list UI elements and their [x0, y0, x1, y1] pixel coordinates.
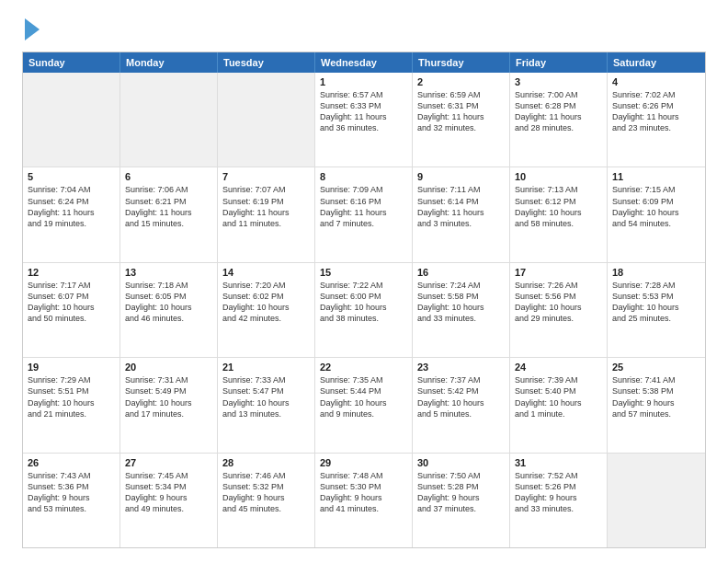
day-number: 13 — [125, 267, 212, 278]
weekday-header-wednesday: Wednesday — [315, 52, 413, 73]
day-number: 26 — [28, 457, 115, 468]
day-number: 7 — [222, 171, 310, 182]
calendar-cell-4-7: 25Sunrise: 7:41 AM Sunset: 5:38 PM Dayli… — [608, 358, 705, 452]
cell-info: Sunrise: 7:26 AM Sunset: 5:56 PM Dayligh… — [515, 280, 602, 325]
calendar-cell-1-2 — [120, 73, 218, 167]
day-number: 24 — [515, 362, 602, 373]
cell-info: Sunrise: 7:09 AM Sunset: 6:16 PM Dayligh… — [320, 184, 407, 229]
day-number: 19 — [28, 362, 115, 373]
day-number: 16 — [417, 267, 505, 278]
cell-info: Sunrise: 7:35 AM Sunset: 5:44 PM Dayligh… — [320, 374, 407, 419]
calendar-cell-1-5: 2Sunrise: 6:59 AM Sunset: 6:31 PM Daylig… — [413, 73, 510, 167]
cell-info: Sunrise: 7:45 AM Sunset: 5:34 PM Dayligh… — [125, 470, 212, 515]
calendar-cell-5-7 — [608, 454, 705, 547]
day-number: 11 — [612, 171, 700, 182]
calendar-cell-2-1: 5Sunrise: 7:04 AM Sunset: 6:24 PM Daylig… — [23, 167, 120, 261]
day-number: 9 — [417, 171, 505, 182]
cell-info: Sunrise: 7:02 AM Sunset: 6:26 PM Dayligh… — [612, 89, 700, 134]
calendar-row-1: 1Sunrise: 6:57 AM Sunset: 6:33 PM Daylig… — [23, 73, 705, 167]
calendar-cell-1-3 — [218, 73, 315, 167]
cell-info: Sunrise: 7:29 AM Sunset: 5:51 PM Dayligh… — [28, 374, 115, 419]
cell-info: Sunrise: 7:43 AM Sunset: 5:36 PM Dayligh… — [28, 470, 115, 515]
cell-info: Sunrise: 7:00 AM Sunset: 6:28 PM Dayligh… — [515, 89, 602, 134]
calendar-cell-5-2: 27Sunrise: 7:45 AM Sunset: 5:34 PM Dayli… — [120, 454, 218, 547]
weekday-header-tuesday: Tuesday — [218, 52, 315, 73]
cell-info: Sunrise: 7:06 AM Sunset: 6:21 PM Dayligh… — [125, 184, 212, 229]
calendar-cell-3-4: 15Sunrise: 7:22 AM Sunset: 6:00 PM Dayli… — [315, 263, 413, 357]
calendar-cell-5-4: 29Sunrise: 7:48 AM Sunset: 5:30 PM Dayli… — [315, 454, 413, 547]
day-number: 6 — [125, 171, 212, 182]
calendar-cell-3-6: 17Sunrise: 7:26 AM Sunset: 5:56 PM Dayli… — [510, 263, 608, 357]
calendar-cell-5-6: 31Sunrise: 7:52 AM Sunset: 5:26 PM Dayli… — [510, 454, 608, 547]
calendar-cell-2-2: 6Sunrise: 7:06 AM Sunset: 6:21 PM Daylig… — [120, 167, 218, 261]
cell-info: Sunrise: 7:22 AM Sunset: 6:00 PM Dayligh… — [320, 280, 407, 325]
calendar-cell-3-1: 12Sunrise: 7:17 AM Sunset: 6:07 PM Dayli… — [23, 263, 120, 357]
cell-info: Sunrise: 7:13 AM Sunset: 6:12 PM Dayligh… — [515, 184, 602, 229]
calendar-cell-1-1 — [23, 73, 120, 167]
calendar-cell-4-3: 21Sunrise: 7:33 AM Sunset: 5:47 PM Dayli… — [218, 358, 315, 452]
calendar-cell-2-5: 9Sunrise: 7:11 AM Sunset: 6:14 PM Daylig… — [413, 167, 510, 261]
day-number: 22 — [320, 362, 407, 373]
day-number: 14 — [222, 267, 310, 278]
cell-info: Sunrise: 7:11 AM Sunset: 6:14 PM Dayligh… — [417, 184, 505, 229]
calendar-row-2: 5Sunrise: 7:04 AM Sunset: 6:24 PM Daylig… — [23, 167, 705, 261]
day-number: 10 — [515, 171, 602, 182]
cell-info: Sunrise: 6:57 AM Sunset: 6:33 PM Dayligh… — [320, 89, 407, 134]
calendar-cell-5-3: 28Sunrise: 7:46 AM Sunset: 5:32 PM Dayli… — [218, 454, 315, 547]
cell-info: Sunrise: 7:31 AM Sunset: 5:49 PM Dayligh… — [125, 374, 212, 419]
day-number: 1 — [320, 76, 407, 87]
weekday-header-thursday: Thursday — [413, 52, 510, 73]
calendar-cell-3-7: 18Sunrise: 7:28 AM Sunset: 5:53 PM Dayli… — [608, 263, 705, 357]
day-number: 3 — [515, 76, 602, 87]
day-number: 18 — [612, 267, 700, 278]
calendar-cell-2-7: 11Sunrise: 7:15 AM Sunset: 6:09 PM Dayli… — [608, 167, 705, 261]
day-number: 8 — [320, 171, 407, 182]
logo — [22, 18, 40, 42]
calendar-cell-5-1: 26Sunrise: 7:43 AM Sunset: 5:36 PM Dayli… — [23, 454, 120, 547]
day-number: 25 — [612, 362, 700, 373]
cell-info: Sunrise: 7:15 AM Sunset: 6:09 PM Dayligh… — [612, 184, 700, 229]
weekday-header-saturday: Saturday — [608, 52, 705, 73]
calendar-cell-3-2: 13Sunrise: 7:18 AM Sunset: 6:05 PM Dayli… — [120, 263, 218, 357]
calendar-row-3: 12Sunrise: 7:17 AM Sunset: 6:07 PM Dayli… — [23, 262, 705, 357]
calendar-cell-2-3: 7Sunrise: 7:07 AM Sunset: 6:19 PM Daylig… — [218, 167, 315, 261]
cell-info: Sunrise: 7:41 AM Sunset: 5:38 PM Dayligh… — [612, 374, 700, 419]
day-number: 28 — [222, 457, 310, 468]
cell-info: Sunrise: 7:52 AM Sunset: 5:26 PM Dayligh… — [515, 470, 602, 515]
cell-info: Sunrise: 7:18 AM Sunset: 6:05 PM Dayligh… — [125, 280, 212, 325]
cell-info: Sunrise: 7:48 AM Sunset: 5:30 PM Dayligh… — [320, 470, 407, 515]
calendar-cell-3-5: 16Sunrise: 7:24 AM Sunset: 5:58 PM Dayli… — [413, 263, 510, 357]
cell-info: Sunrise: 7:20 AM Sunset: 6:02 PM Dayligh… — [222, 280, 310, 325]
cell-info: Sunrise: 7:46 AM Sunset: 5:32 PM Dayligh… — [222, 470, 310, 515]
weekday-header-sunday: Sunday — [23, 52, 120, 73]
cell-info: Sunrise: 7:50 AM Sunset: 5:28 PM Dayligh… — [417, 470, 505, 515]
cell-info: Sunrise: 7:28 AM Sunset: 5:53 PM Dayligh… — [612, 280, 700, 325]
calendar-cell-4-4: 22Sunrise: 7:35 AM Sunset: 5:44 PM Dayli… — [315, 358, 413, 452]
day-number: 12 — [28, 267, 115, 278]
day-number: 23 — [417, 362, 505, 373]
day-number: 5 — [28, 171, 115, 182]
cell-info: Sunrise: 7:04 AM Sunset: 6:24 PM Dayligh… — [28, 184, 115, 229]
calendar-header: SundayMondayTuesdayWednesdayThursdayFrid… — [23, 52, 705, 73]
logo-arrow-icon — [25, 18, 40, 40]
day-number: 29 — [320, 457, 407, 468]
cell-info: Sunrise: 7:24 AM Sunset: 5:58 PM Dayligh… — [417, 280, 505, 325]
day-number: 31 — [515, 457, 602, 468]
calendar-cell-5-5: 30Sunrise: 7:50 AM Sunset: 5:28 PM Dayli… — [413, 454, 510, 547]
calendar-cell-2-6: 10Sunrise: 7:13 AM Sunset: 6:12 PM Dayli… — [510, 167, 608, 261]
day-number: 21 — [222, 362, 310, 373]
calendar-cell-4-2: 20Sunrise: 7:31 AM Sunset: 5:49 PM Dayli… — [120, 358, 218, 452]
calendar-cell-4-1: 19Sunrise: 7:29 AM Sunset: 5:51 PM Dayli… — [23, 358, 120, 452]
cell-info: Sunrise: 7:33 AM Sunset: 5:47 PM Dayligh… — [222, 374, 310, 419]
day-number: 15 — [320, 267, 407, 278]
calendar-cell-1-6: 3Sunrise: 7:00 AM Sunset: 6:28 PM Daylig… — [510, 73, 608, 167]
cell-info: Sunrise: 7:07 AM Sunset: 6:19 PM Dayligh… — [222, 184, 310, 229]
cell-info: Sunrise: 6:59 AM Sunset: 6:31 PM Dayligh… — [417, 89, 505, 134]
weekday-header-monday: Monday — [120, 52, 218, 73]
calendar-cell-4-5: 23Sunrise: 7:37 AM Sunset: 5:42 PM Dayli… — [413, 358, 510, 452]
cell-info: Sunrise: 7:37 AM Sunset: 5:42 PM Dayligh… — [417, 374, 505, 419]
day-number: 27 — [125, 457, 212, 468]
day-number: 30 — [417, 457, 505, 468]
calendar: SundayMondayTuesdayWednesdayThursdayFrid… — [22, 52, 706, 548]
page: SundayMondayTuesdayWednesdayThursdayFrid… — [0, 0, 728, 563]
